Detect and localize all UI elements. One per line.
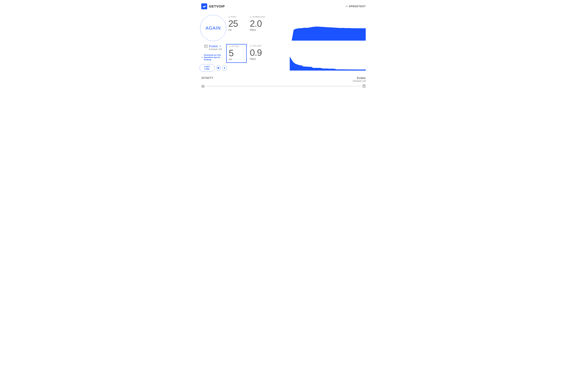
footer-server-name: Evalse (353, 76, 366, 80)
jitter-block: JITTER 5 ms (226, 44, 247, 63)
speedtest-brand: SPEEDTEST (346, 5, 366, 8)
ping-label: PING (231, 16, 236, 18)
facebook-icon (223, 67, 226, 69)
jitter-icon (229, 45, 231, 47)
laptop-icon (201, 56, 203, 59)
upload-unit: Mbps (250, 57, 287, 60)
brand-logo[interactable]: GETVOIP (201, 3, 225, 9)
server-name: Evalse (209, 44, 218, 48)
upload-block: UPLOAD 0.9 Mbps (248, 44, 289, 62)
footer-server-location: Fremont, CA (353, 80, 366, 82)
again-label: AGAIN (206, 26, 221, 31)
svg-point-1 (228, 16, 230, 18)
upload-label: UPLOAD (252, 45, 261, 47)
twitter-icon (217, 67, 220, 69)
upload-chart (290, 56, 366, 72)
gauge-icon (346, 5, 348, 8)
svg-line-0 (347, 6, 347, 7)
speedtest-label: SPEEDTEST (349, 5, 366, 8)
download-app-text: Download our free Speedtest app for desk… (204, 54, 225, 61)
download-icon (250, 16, 252, 18)
ping-block: PING 25 ms (226, 15, 247, 33)
jitter-label: JITTER (232, 45, 239, 47)
download-label: DOWNLOAD (252, 16, 265, 18)
share-twitter-button[interactable] (216, 65, 221, 71)
jitter-unit: ms (229, 58, 244, 61)
ping-icon (228, 16, 230, 18)
client-laptop-icon (201, 84, 205, 88)
server-icon (205, 45, 207, 48)
upload-icon (250, 45, 252, 47)
logo-text: GETVOIP (209, 4, 225, 8)
download-value: 2.0 (250, 19, 287, 28)
ping-unit: ms (228, 28, 245, 31)
connection-bar (206, 86, 361, 86)
server-location: Fremont, CA (209, 48, 222, 51)
svg-rect-4 (202, 57, 203, 58)
server-selector[interactable]: Evalse Fremont, CA (205, 44, 222, 51)
svg-rect-9 (202, 85, 204, 87)
chevron-down-icon (219, 45, 221, 48)
ping-value: 25 (228, 19, 245, 28)
jitter-value: 5 (229, 48, 244, 58)
logo-badge-icon (201, 3, 207, 9)
upload-value: 0.9 (250, 48, 287, 58)
download-block: DOWNLOAD 2.0 Mbps (248, 15, 289, 33)
copy-link-button[interactable]: COPY LINK (200, 64, 214, 72)
isp-name: XFINITY (201, 76, 213, 80)
download-app-link[interactable]: Download our free Speedtest app for desk… (201, 54, 225, 61)
download-unit: Mbps (250, 28, 287, 31)
share-facebook-button[interactable] (222, 65, 227, 71)
download-chart (290, 26, 366, 42)
server-doc-icon (362, 84, 366, 88)
again-button[interactable]: AGAIN (200, 15, 226, 41)
